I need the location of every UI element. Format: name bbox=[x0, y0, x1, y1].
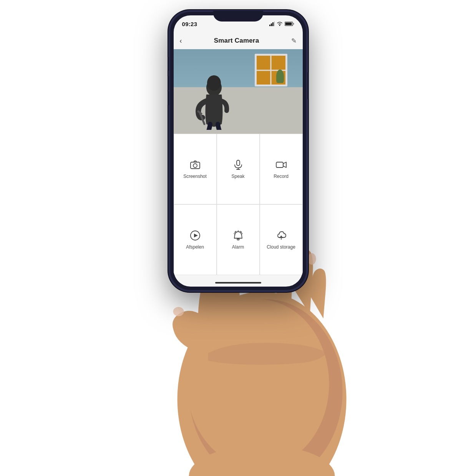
afspelen-label: Afspelen bbox=[186, 244, 204, 250]
home-indicator bbox=[215, 282, 261, 284]
record-label: Record bbox=[274, 174, 289, 179]
svg-point-22 bbox=[193, 164, 197, 168]
phone-notch bbox=[213, 11, 263, 22]
menu-item-speak[interactable]: Speak bbox=[217, 134, 260, 204]
menu-item-afspelen[interactable]: Afspelen bbox=[174, 204, 217, 275]
svg-point-18 bbox=[207, 75, 221, 91]
svg-line-32 bbox=[240, 231, 242, 232]
edit-button[interactable]: ✎ bbox=[291, 37, 297, 45]
svg-line-34 bbox=[234, 234, 235, 234]
alarm-label: Alarm bbox=[232, 244, 244, 250]
svg-rect-23 bbox=[237, 160, 240, 166]
svg-point-8 bbox=[189, 445, 335, 476]
app-header: ‹ Smart Camera ✎ bbox=[174, 32, 303, 49]
svg-point-1 bbox=[189, 299, 342, 476]
svg-point-7 bbox=[173, 307, 184, 316]
page-title: Smart Camera bbox=[214, 37, 259, 45]
status-icons bbox=[269, 22, 294, 26]
svg-point-0 bbox=[177, 292, 346, 476]
status-time: 09:23 bbox=[182, 21, 197, 27]
cloud-storage-label: Cloud storage bbox=[267, 244, 295, 250]
svg-rect-11 bbox=[272, 22, 274, 26]
phone-frame: 09:23 bbox=[169, 11, 307, 291]
alarm-icon bbox=[232, 230, 244, 241]
page-container: 09:23 bbox=[0, 0, 476, 476]
battery-icon bbox=[285, 22, 294, 26]
scene-person bbox=[193, 68, 239, 130]
svg-point-2 bbox=[187, 299, 329, 468]
svg-line-31 bbox=[235, 231, 236, 232]
menu-item-alarm[interactable]: Alarm bbox=[217, 204, 260, 275]
svg-point-13 bbox=[279, 25, 280, 26]
camera-icon bbox=[189, 159, 201, 171]
signal-icon bbox=[269, 22, 275, 26]
camera-scene bbox=[174, 49, 303, 134]
screenshot-label: Screenshot bbox=[183, 174, 207, 179]
camera-feed bbox=[174, 49, 303, 134]
svg-marker-28 bbox=[194, 234, 198, 237]
phone-screen: 09:23 bbox=[174, 15, 303, 287]
svg-point-6 bbox=[307, 253, 316, 265]
back-button[interactable]: ‹ bbox=[180, 37, 182, 45]
menu-item-record[interactable]: Record bbox=[260, 134, 303, 204]
menu-item-screenshot[interactable]: Screenshot bbox=[174, 134, 217, 204]
svg-rect-12 bbox=[274, 22, 275, 26]
svg-rect-16 bbox=[285, 23, 292, 25]
svg-rect-10 bbox=[271, 23, 272, 26]
microphone-icon bbox=[232, 159, 244, 171]
speak-label: Speak bbox=[231, 174, 244, 179]
svg-line-35 bbox=[242, 234, 242, 234]
svg-rect-9 bbox=[269, 25, 270, 26]
menu-item-cloud-storage[interactable]: Cloud storage bbox=[260, 204, 303, 275]
play-icon bbox=[189, 230, 201, 241]
svg-rect-26 bbox=[276, 162, 283, 168]
video-icon bbox=[275, 159, 287, 171]
cloud-icon bbox=[275, 230, 287, 241]
menu-grid: Screenshot Speak bbox=[174, 134, 303, 275]
svg-rect-15 bbox=[293, 23, 294, 25]
wifi-icon bbox=[277, 22, 283, 26]
